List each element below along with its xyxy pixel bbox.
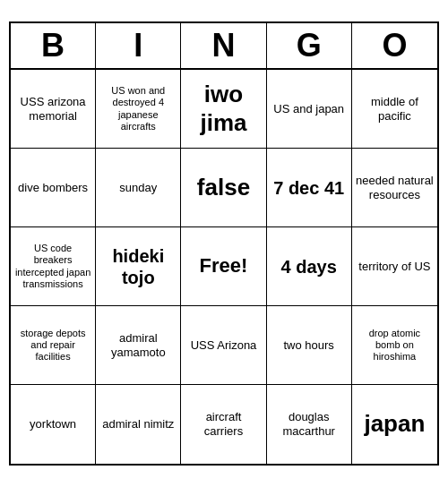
bingo-board: BINGO USS arizona memorialUS won and des…: [9, 21, 439, 466]
bingo-cell: admiral yamamoto: [96, 306, 181, 385]
bingo-cell: japan: [352, 385, 437, 464]
header-letter: I: [96, 23, 181, 68]
bingo-cell: 4 days: [267, 227, 352, 306]
bingo-cell: storage depots and repair facilities: [11, 306, 96, 385]
bingo-header: BINGO: [11, 23, 437, 70]
bingo-cell: USS Arizona: [181, 306, 266, 385]
bingo-cell: drop atomic bomb on hiroshima: [352, 306, 437, 385]
bingo-cell: yorktown: [11, 385, 96, 464]
bingo-cell: 7 dec 41: [267, 149, 352, 227]
bingo-cell: middle of pacific: [352, 70, 437, 149]
bingo-cell: US and japan: [267, 70, 352, 149]
bingo-cell: Free!: [181, 227, 266, 306]
bingo-cell: admiral nimitz: [96, 385, 181, 464]
bingo-cell: hideki tojo: [96, 227, 181, 306]
header-letter: O: [352, 23, 437, 68]
bingo-cell: needed natural resources: [352, 149, 437, 227]
bingo-grid: USS arizona memorialUS won and destroyed…: [11, 70, 437, 464]
bingo-cell: territory of US: [352, 227, 437, 306]
bingo-cell: sunday: [96, 149, 181, 227]
bingo-cell: two hours: [267, 306, 352, 385]
header-letter: N: [181, 23, 266, 68]
bingo-cell: dive bombers: [11, 149, 96, 227]
bingo-cell: USS arizona memorial: [11, 70, 96, 149]
bingo-cell: iwo jima: [181, 70, 266, 149]
bingo-cell: US won and destroyed 4 japanese aircraft…: [96, 70, 181, 149]
bingo-cell: US code breakers intercepted japan trans…: [11, 227, 96, 306]
header-letter: B: [11, 23, 96, 68]
bingo-cell: false: [181, 149, 266, 227]
bingo-cell: aircraft carriers: [181, 385, 266, 464]
bingo-cell: douglas macarthur: [267, 385, 352, 464]
header-letter: G: [267, 23, 352, 68]
